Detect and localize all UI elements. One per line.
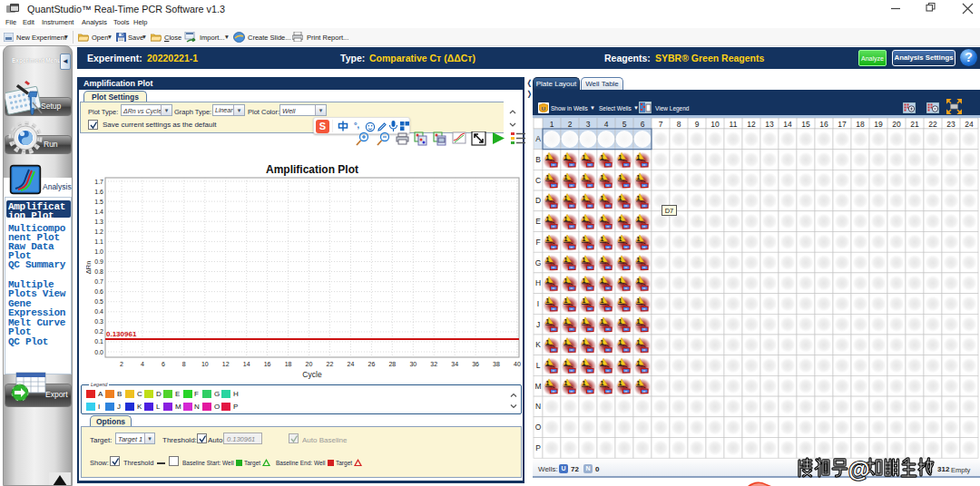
svg-text:4: 4 — [604, 120, 609, 129]
svg-text:0.5: 0.5 — [94, 298, 103, 305]
svg-text:J: J — [536, 320, 540, 329]
svg-text:2: 2 — [568, 120, 573, 129]
svg-text:0.2: 0.2 — [94, 328, 103, 335]
svg-text:34: 34 — [451, 361, 458, 367]
svg-text:6: 6 — [162, 361, 165, 367]
svg-text:1.1: 1.1 — [94, 238, 103, 245]
svg-text:0.130961: 0.130961 — [106, 330, 137, 338]
svg-text:N: N — [535, 402, 541, 411]
svg-text:11: 11 — [730, 120, 738, 129]
svg-text:12: 12 — [222, 361, 230, 367]
svg-text:0.6: 0.6 — [94, 288, 103, 295]
svg-text:0.0: 0.0 — [94, 349, 103, 355]
svg-text:24: 24 — [965, 120, 974, 129]
svg-text:0.9: 0.9 — [94, 258, 103, 265]
svg-text:17: 17 — [838, 120, 847, 129]
svg-text:P: P — [535, 443, 541, 452]
svg-text:@: @ — [848, 457, 869, 481]
svg-text:1.7: 1.7 — [94, 179, 103, 185]
svg-text:Amplification Plot: Amplification Plot — [266, 163, 358, 176]
svg-text:7: 7 — [659, 120, 663, 129]
svg-text:2: 2 — [120, 361, 123, 367]
svg-text:24: 24 — [348, 361, 355, 367]
svg-text:0.1: 0.1 — [94, 338, 103, 345]
svg-text:12: 12 — [747, 120, 756, 129]
svg-text:0.8: 0.8 — [94, 268, 103, 275]
svg-text:38: 38 — [493, 361, 500, 367]
svg-text:1.2: 1.2 — [94, 228, 103, 235]
svg-text:L: L — [536, 361, 541, 370]
svg-text:H: H — [535, 278, 541, 287]
svg-text:6: 6 — [641, 120, 645, 129]
svg-text:13: 13 — [765, 120, 774, 129]
svg-text:4: 4 — [141, 361, 144, 367]
svg-text:8: 8 — [182, 361, 186, 367]
svg-text:14: 14 — [783, 120, 792, 129]
svg-text:0.7: 0.7 — [94, 278, 103, 285]
svg-text:3: 3 — [586, 120, 591, 129]
svg-text:F: F — [535, 238, 540, 247]
svg-text:16: 16 — [819, 120, 828, 129]
svg-text:A: A — [535, 134, 541, 143]
svg-text:8: 8 — [677, 120, 681, 129]
svg-text:E: E — [535, 217, 541, 226]
svg-text:10: 10 — [201, 361, 209, 367]
svg-text:B: B — [535, 155, 541, 164]
svg-text:1.5: 1.5 — [94, 199, 103, 205]
svg-text:1.3: 1.3 — [94, 219, 103, 225]
svg-text:18: 18 — [285, 361, 292, 367]
svg-text:O: O — [535, 423, 542, 432]
svg-text:32: 32 — [430, 361, 437, 367]
svg-text:M: M — [534, 382, 541, 391]
svg-text:14: 14 — [243, 361, 250, 367]
svg-text:30: 30 — [409, 361, 416, 367]
svg-text:18: 18 — [856, 120, 865, 129]
svg-text:36: 36 — [472, 361, 479, 367]
svg-text:15: 15 — [801, 120, 810, 129]
svg-text:16: 16 — [264, 361, 271, 367]
svg-text:0.3: 0.3 — [94, 318, 103, 325]
svg-text:21: 21 — [910, 120, 919, 129]
svg-text:1.6: 1.6 — [94, 189, 103, 195]
svg-text:5: 5 — [622, 120, 627, 129]
svg-text:19: 19 — [874, 120, 883, 129]
svg-text:20: 20 — [306, 361, 313, 367]
svg-text:22: 22 — [327, 361, 334, 367]
svg-text:ΔRn: ΔRn — [86, 261, 93, 275]
svg-text:28: 28 — [388, 361, 396, 367]
svg-text:22: 22 — [928, 120, 937, 129]
svg-text:10: 10 — [710, 120, 720, 129]
svg-text:26: 26 — [368, 361, 376, 367]
svg-text:1.0: 1.0 — [94, 248, 103, 255]
svg-text:20: 20 — [892, 120, 901, 129]
svg-text:1.4: 1.4 — [94, 209, 103, 215]
svg-text:0.4: 0.4 — [94, 308, 103, 315]
svg-text:I: I — [537, 299, 539, 308]
svg-text:C: C — [535, 176, 541, 185]
svg-text:U: U — [542, 106, 545, 112]
svg-text:G: G — [535, 258, 542, 267]
svg-text:K: K — [535, 340, 541, 349]
svg-text:1: 1 — [550, 120, 554, 129]
svg-text:Cycle: Cycle — [302, 370, 322, 379]
svg-text:23: 23 — [946, 120, 956, 129]
svg-text:D: D — [535, 196, 541, 205]
svg-text:40: 40 — [514, 361, 521, 367]
svg-text:9: 9 — [695, 120, 700, 129]
